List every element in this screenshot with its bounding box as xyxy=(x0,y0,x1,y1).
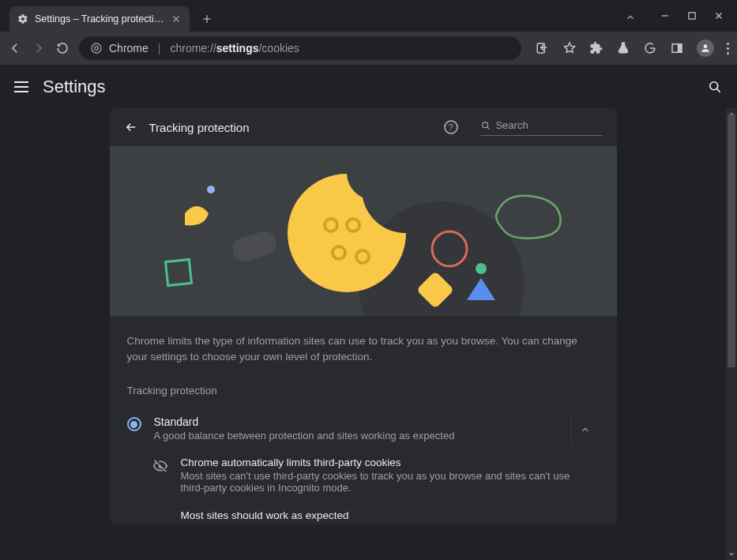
scroll-down-icon[interactable] xyxy=(726,549,737,560)
svg-rect-0 xyxy=(689,13,695,19)
collapse-button[interactable] xyxy=(571,415,600,444)
omnibox-url-rest: /cookies xyxy=(258,42,299,54)
svg-point-13 xyxy=(207,186,215,194)
window-titlebar: Settings – Tracking protection xyxy=(0,0,737,32)
share-icon[interactable] xyxy=(536,41,550,55)
eye-off-icon xyxy=(152,458,168,474)
forward-icon[interactable] xyxy=(32,41,46,55)
search-icon xyxy=(480,119,491,132)
plus-icon xyxy=(201,13,212,24)
detail-title: Chrome automatically limits third-party … xyxy=(181,457,580,468)
detail-subtitle: Most sites can't use third-party cookies… xyxy=(181,470,580,494)
svg-rect-15 xyxy=(165,260,191,286)
close-tab-icon[interactable] xyxy=(171,13,182,24)
option-subtitle: A good balance between protection and si… xyxy=(154,430,552,442)
tab-title: Settings – Tracking protection xyxy=(35,13,164,24)
svg-rect-5 xyxy=(678,44,682,53)
svg-point-2 xyxy=(95,47,99,51)
panel-title: Tracking protection xyxy=(149,121,250,134)
chevron-up-icon xyxy=(580,424,591,435)
gear-icon xyxy=(17,13,28,24)
scrollbar-thumb[interactable] xyxy=(728,115,735,367)
scrollbar[interactable] xyxy=(726,108,737,560)
panel-search[interactable] xyxy=(480,119,603,136)
reload-icon[interactable] xyxy=(55,41,70,55)
tab-strip: Settings – Tracking protection xyxy=(0,0,625,32)
browser-tab[interactable]: Settings – Tracking protection xyxy=(9,6,190,32)
labs-flask-icon[interactable] xyxy=(616,41,630,55)
panel-back-icon[interactable] xyxy=(124,120,138,134)
detail-row: Most sites should work as expected xyxy=(110,503,617,524)
chevron-down-icon[interactable] xyxy=(625,12,636,23)
omnibox-url-bold: settings xyxy=(216,42,259,54)
toolbar-actions xyxy=(531,39,729,57)
svg-point-6 xyxy=(710,81,718,89)
svg-point-18 xyxy=(476,263,487,274)
hamburger-menu-icon[interactable] xyxy=(14,81,28,92)
content-viewport: Tracking protection ? xyxy=(0,108,726,560)
hero-illustration xyxy=(110,146,617,316)
person-icon xyxy=(700,43,711,54)
svg-rect-14 xyxy=(229,228,279,265)
extensions-icon[interactable] xyxy=(589,41,604,55)
window-controls xyxy=(625,0,737,32)
svg-point-7 xyxy=(482,122,487,127)
panel-search-input[interactable] xyxy=(495,119,602,131)
radio-selected[interactable] xyxy=(127,417,141,431)
settings-header: Settings xyxy=(0,65,737,108)
new-tab-button[interactable] xyxy=(196,8,218,30)
panel-description: Chrome limits the type of information si… xyxy=(110,316,617,370)
close-window-icon[interactable] xyxy=(713,10,724,21)
back-icon[interactable] xyxy=(8,41,22,55)
bookmark-star-icon[interactable] xyxy=(562,41,577,55)
detail-title: Most sites should work as expected xyxy=(181,509,600,521)
browser-toolbar: Chrome | chrome://settings/cookies xyxy=(0,32,737,65)
kebab-menu-icon[interactable] xyxy=(727,43,729,54)
settings-panel: Tracking protection ? xyxy=(110,108,617,524)
google-g-icon[interactable] xyxy=(643,41,657,55)
chrome-logo-icon xyxy=(90,42,103,54)
minimize-icon[interactable] xyxy=(660,10,671,21)
omnibox-url-prefix: chrome:// xyxy=(170,42,216,54)
svg-point-1 xyxy=(92,43,101,53)
omnibox-host: Chrome xyxy=(109,42,149,54)
detail-row: Chrome automatically limits third-party … xyxy=(110,453,617,503)
address-bar[interactable]: Chrome | chrome://settings/cookies xyxy=(79,36,521,60)
profile-avatar[interactable] xyxy=(697,39,714,57)
maximize-icon[interactable] xyxy=(686,10,698,21)
side-panel-icon[interactable] xyxy=(670,41,684,55)
panel-header: Tracking protection ? xyxy=(110,108,617,146)
option-standard[interactable]: Standard A good balance between protecti… xyxy=(110,404,617,453)
settings-title: Settings xyxy=(43,77,106,97)
help-icon[interactable]: ? xyxy=(444,120,458,134)
search-icon[interactable] xyxy=(707,79,723,95)
omnibox-separator: | xyxy=(155,42,164,54)
section-label: Tracking protection xyxy=(110,370,617,404)
option-title: Standard xyxy=(154,415,552,428)
